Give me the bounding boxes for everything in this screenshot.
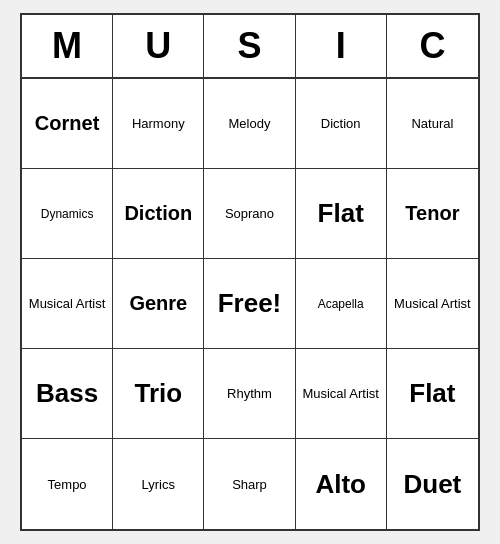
bingo-cell: Musical Artist — [387, 259, 478, 349]
bingo-cell: Sharp — [204, 439, 295, 529]
bingo-cell: Duet — [387, 439, 478, 529]
bingo-cell: Lyrics — [113, 439, 204, 529]
bingo-cell: Cornet — [22, 79, 113, 169]
bingo-cell: Flat — [387, 349, 478, 439]
header-letter: S — [204, 15, 295, 77]
bingo-cell: Musical Artist — [22, 259, 113, 349]
header-letter: U — [113, 15, 204, 77]
bingo-cell: Rhythm — [204, 349, 295, 439]
header-letter: I — [296, 15, 387, 77]
bingo-cell: Diction — [296, 79, 387, 169]
bingo-cell: Acapella — [296, 259, 387, 349]
bingo-cell: Soprano — [204, 169, 295, 259]
bingo-cell: Trio — [113, 349, 204, 439]
bingo-cell: Free! — [204, 259, 295, 349]
bingo-grid: CornetHarmonyMelodyDictionNaturalDynamic… — [22, 79, 478, 529]
bingo-cell: Melody — [204, 79, 295, 169]
header-letter: C — [387, 15, 478, 77]
bingo-cell: Tempo — [22, 439, 113, 529]
bingo-cell: Tenor — [387, 169, 478, 259]
bingo-cell: Natural — [387, 79, 478, 169]
header-letter: M — [22, 15, 113, 77]
bingo-cell: Flat — [296, 169, 387, 259]
bingo-card: MUSIC CornetHarmonyMelodyDictionNaturalD… — [20, 13, 480, 531]
bingo-cell: Musical Artist — [296, 349, 387, 439]
bingo-cell: Diction — [113, 169, 204, 259]
bingo-cell: Harmony — [113, 79, 204, 169]
bingo-cell: Bass — [22, 349, 113, 439]
bingo-cell: Dynamics — [22, 169, 113, 259]
bingo-cell: Alto — [296, 439, 387, 529]
bingo-header: MUSIC — [22, 15, 478, 79]
bingo-cell: Genre — [113, 259, 204, 349]
